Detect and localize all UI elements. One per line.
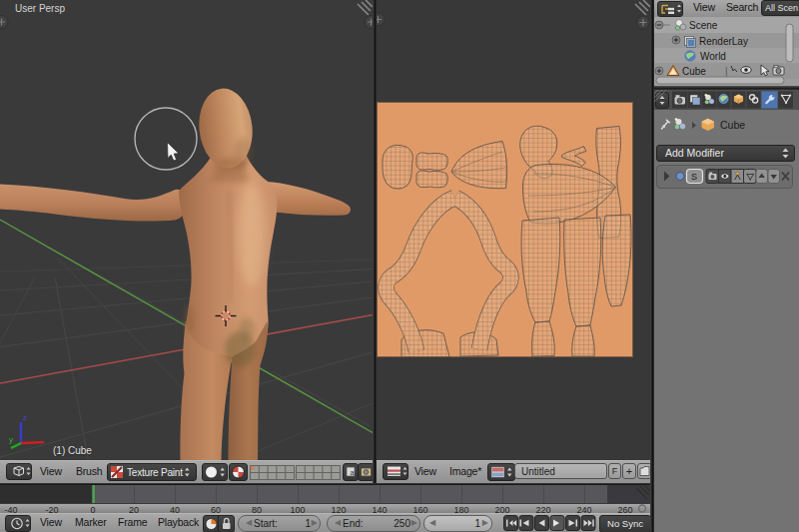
svg-text:a: a — [351, 469, 355, 476]
svg-text:World: World — [700, 51, 726, 62]
svg-text:z: z — [23, 413, 27, 422]
svg-text:Cube: Cube — [682, 66, 706, 77]
svg-text:RenderLay: RenderLay — [699, 36, 748, 47]
svg-text:Scene: Scene — [689, 20, 718, 31]
svg-text:Cube: Cube — [720, 119, 745, 131]
svg-text:|: | — [725, 66, 728, 77]
svg-text:Texture Paint: Texture Paint — [127, 467, 183, 478]
svg-text:S: S — [691, 172, 697, 182]
svg-text:y: y — [9, 435, 13, 444]
